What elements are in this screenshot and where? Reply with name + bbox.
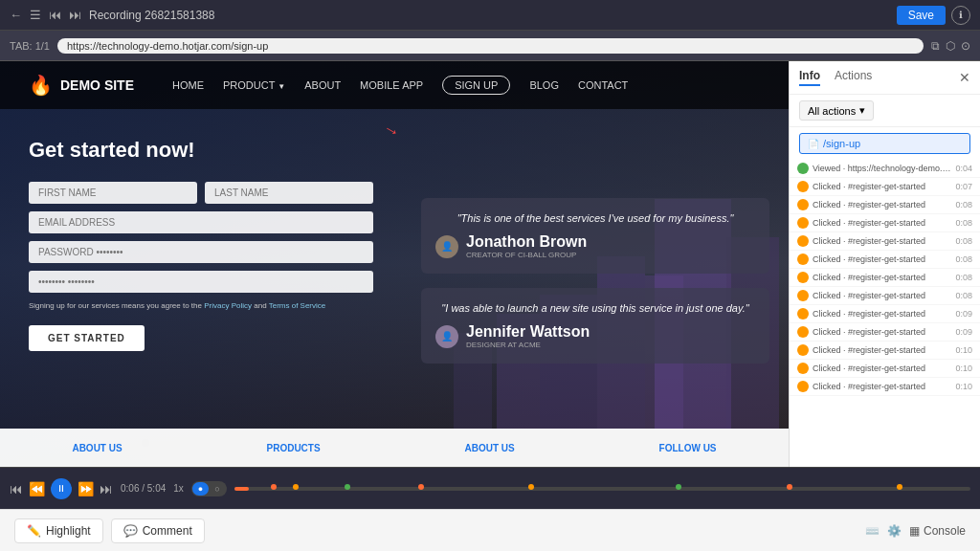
tl-event-dot[interactable] (271, 484, 277, 490)
testimonial-1-quote: "This is one of the best services I've u… (435, 212, 755, 224)
event-item[interactable]: Clicked · #register-get-started 0:08 (790, 251, 980, 269)
event-text: Clicked · #register-get-started (813, 364, 951, 373)
event-item[interactable]: Clicked · #register-get-started 0:09 (790, 305, 980, 323)
menu-icon[interactable]: ☰ (30, 8, 41, 22)
event-type-icon (797, 363, 809, 374)
event-item[interactable]: Clicked · #register-get-started 0:10 (790, 342, 980, 360)
terms-link[interactable]: Terms of Service (269, 301, 326, 310)
nav-home[interactable]: HOME (172, 79, 204, 91)
comment-button[interactable]: 💬 Comment (111, 518, 205, 543)
nav-signup[interactable]: SIGN UP (442, 76, 510, 95)
email-input[interactable] (29, 211, 373, 233)
tl-event-dot[interactable] (418, 484, 424, 490)
step-back-icon[interactable]: ⏮ (49, 8, 61, 22)
testimonial-2: "I was able to launch a new site using t… (421, 288, 769, 364)
tab-actions[interactable]: Actions (835, 69, 872, 86)
terms-text: Signing up for our services means you ag… (29, 300, 373, 311)
footer-link-products[interactable]: PRODUCTS (267, 443, 321, 453)
event-text: Clicked · #register-get-started (813, 182, 951, 191)
timeline-play-button[interactable]: ⏸ (51, 478, 72, 499)
event-item[interactable]: Clicked · #register-get-started 0:08 (790, 269, 980, 287)
footer-link-about-us[interactable]: ABOUT US (72, 443, 122, 453)
event-type-icon (797, 290, 809, 301)
filter-button[interactable]: All actions ▾ (799, 100, 874, 121)
panel-tabs: Info Actions (799, 69, 872, 86)
tl-event-dot[interactable] (293, 484, 299, 490)
testimonial-1: "This is one of the best services I've u… (421, 198, 769, 274)
timeline-bar: ⏮ ⏪ ⏸ ⏩ ⏭ 0:06 / 5:04 1x ● ○ (0, 467, 980, 509)
file-icon: 📄 (808, 139, 819, 149)
comment-icon: 💬 (123, 524, 138, 538)
info-icon[interactable]: ℹ (951, 6, 970, 25)
timeline-track[interactable] (234, 487, 970, 491)
nav-contact[interactable]: CONTACT (578, 79, 628, 91)
event-time: 0:08 (955, 291, 972, 300)
toggle-on[interactable]: ○ (209, 482, 225, 496)
timeline-step-back[interactable]: ⏮ (10, 481, 23, 496)
settings-icon[interactable]: ⚙️ (887, 524, 902, 538)
filter-chevron-icon: ▾ (859, 104, 865, 117)
share-icon[interactable]: ⊙ (961, 39, 970, 53)
tl-event-dot[interactable] (676, 484, 681, 490)
last-name-input[interactable] (205, 182, 373, 204)
tl-event-dot[interactable] (787, 484, 792, 490)
event-time: 0:08 (955, 218, 972, 228)
event-type-icon (797, 308, 809, 320)
copy-icon[interactable]: ⧉ (931, 39, 940, 53)
event-time: 0:04 (955, 164, 972, 173)
event-type-icon (797, 344, 809, 356)
timeline-step-forward[interactable]: ⏭ (100, 481, 113, 496)
event-time: 0:10 (955, 382, 972, 391)
highlight-button[interactable]: ✏️ Highlight (14, 518, 103, 543)
tab-info[interactable]: Info (799, 69, 820, 86)
save-button[interactable]: Save (897, 6, 946, 25)
footer-link-about-us-2[interactable]: ABOUT US (464, 443, 514, 453)
event-item[interactable]: Clicked · #register-get-started 0:07 (790, 178, 980, 196)
event-item[interactable]: Clicked · #register-get-started 0:10 (790, 378, 980, 396)
nav-about[interactable]: ABOUT (304, 79, 341, 91)
event-type-icon (797, 181, 809, 192)
testimonial-2-info: Jennifer Wattson DESIGNER AT ACME (466, 323, 590, 349)
panel-events-list: Viewed · https://technology-demo.ho... 0… (790, 160, 980, 467)
timeline-skip-back[interactable]: ⏪ (29, 481, 45, 496)
nav-product[interactable]: PRODUCT ▼ (223, 79, 285, 91)
tl-event-dot[interactable] (897, 484, 902, 490)
event-type-icon (797, 253, 809, 265)
timeline-skip-forward[interactable]: ⏩ (78, 481, 94, 496)
console-button[interactable]: ▦ Console (909, 524, 966, 538)
event-item[interactable]: Clicked · #register-get-started 0:08 (790, 287, 980, 305)
demo-left-panel: Get started now! Signing up for our serv… (0, 109, 402, 467)
event-time: 0:08 (955, 200, 972, 209)
demo-nav: 🔥 DEMO SITE HOME PRODUCT ▼ ABOUT MOBILE … (0, 61, 789, 109)
event-text: Clicked · #register-get-started (813, 236, 951, 246)
get-started-button[interactable]: GET STARTED (29, 325, 145, 351)
nav-mobile-app[interactable]: MOBILE APP (360, 79, 423, 91)
event-item[interactable]: Viewed · https://technology-demo.ho... 0… (790, 160, 980, 178)
back-icon[interactable]: ← (10, 8, 22, 22)
tl-event-dot[interactable] (528, 484, 534, 490)
event-text: Clicked · #register-get-started (813, 200, 951, 209)
browser-url[interactable]: https://technology-demo.hotjar.com/sign-… (57, 38, 924, 54)
event-item[interactable]: Clicked · #register-get-started 0:09 (790, 323, 980, 342)
demo-logo-icon: 🔥 (29, 74, 53, 97)
nav-blog[interactable]: BLOG (529, 79, 559, 91)
footer-link-follow-us[interactable]: FOLLOW US (659, 443, 717, 453)
event-item[interactable]: Clicked · #register-get-started 0:10 (790, 360, 980, 378)
confirm-password-input[interactable] (29, 271, 373, 293)
action-bar-right: ⌨️ ⚙️ ▦ Console (865, 524, 966, 538)
panel-close-button[interactable]: ✕ (959, 70, 970, 85)
password-input[interactable] (29, 241, 373, 263)
demo-nav-links: HOME PRODUCT ▼ ABOUT MOBILE APP SIGN UP … (172, 76, 628, 95)
event-item[interactable]: Clicked · #register-get-started 0:08 (790, 214, 980, 232)
privacy-link[interactable]: Privacy Policy (204, 301, 252, 310)
browser-tab-label: TAB: 1/1 (10, 40, 50, 52)
event-item[interactable]: Clicked · #register-get-started 0:08 (790, 232, 980, 251)
toggle-off[interactable]: ● (192, 482, 209, 496)
first-name-input[interactable] (29, 182, 197, 204)
tl-event-dot[interactable] (345, 484, 350, 490)
browser-bar: TAB: 1/1 https://technology-demo.hotjar.… (0, 31, 980, 61)
step-forward-icon[interactable]: ⏭ (69, 8, 81, 22)
event-item[interactable]: Clicked · #register-get-started 0:08 (790, 196, 980, 214)
timeline-speed[interactable]: 1x (173, 483, 184, 494)
external-link-icon[interactable]: ⬡ (946, 39, 955, 53)
